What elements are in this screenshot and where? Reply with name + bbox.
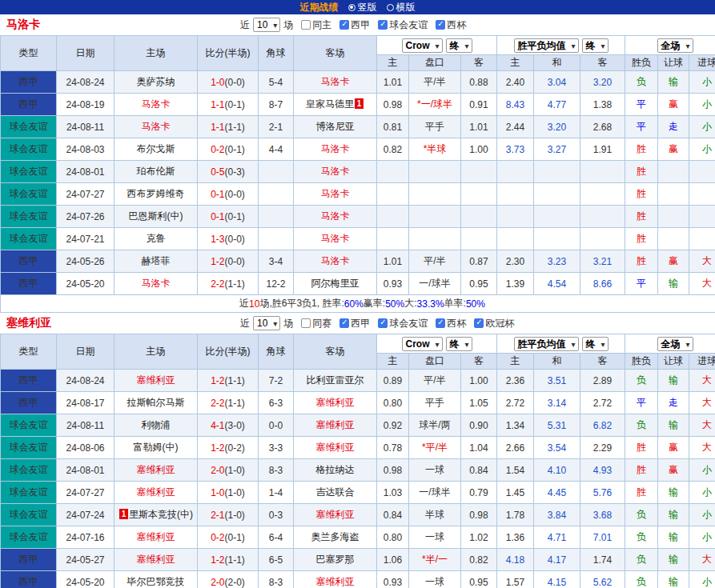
final-odds-select[interactable]: 终 xyxy=(582,337,609,351)
match-type-cell: 西甲 xyxy=(1,549,57,571)
scope-select[interactable]: 全场 xyxy=(657,38,693,53)
asian-home-odds-cell: 0.84 xyxy=(377,504,409,526)
match-count-select[interactable]: 10 xyxy=(253,18,280,32)
full-time-score: 0-1 xyxy=(211,211,224,222)
euro-home-odds-cell xyxy=(497,206,534,228)
handicap-result-cell: 输 xyxy=(658,370,689,392)
handicap-cell xyxy=(409,228,461,250)
checkbox-checked-icon[interactable] xyxy=(339,20,349,30)
column-header: 主 xyxy=(377,354,409,370)
radio-vertical-label: 竖版 xyxy=(358,1,377,14)
match-result-cell: 胜 xyxy=(625,482,658,504)
column-header: 让球 xyxy=(658,354,689,370)
match-result-cell: 负 xyxy=(625,571,658,588)
asian-away-odds-cell xyxy=(461,228,497,250)
match-count-select[interactable]: 10 xyxy=(253,316,280,330)
score-cell: 1-3(0-0) xyxy=(198,228,259,250)
average-odds-select[interactable]: 胜平负均值 xyxy=(514,38,579,53)
date-cell: 24-08-11 xyxy=(57,414,114,437)
goal-line-result-cell: 大 xyxy=(689,549,715,571)
euro-draw-odds-cell: 4.15 xyxy=(534,571,580,588)
column-header: 客场 xyxy=(294,334,377,370)
bookmaker-select[interactable]: Crow xyxy=(402,38,443,53)
filter-checkbox[interactable]: 同主 xyxy=(301,18,331,32)
date-cell: 24-08-17 xyxy=(57,392,114,414)
date-cell: 24-08-24 xyxy=(57,71,114,94)
checkbox-checked-icon[interactable] xyxy=(378,20,388,30)
scope-select[interactable]: 全场 xyxy=(657,337,693,351)
filter-checkbox[interactable]: 同赛 xyxy=(301,317,331,330)
filter-checkbox[interactable]: 球会友谊 xyxy=(378,317,428,330)
home-team-cell: 塞维利亚 xyxy=(114,549,198,571)
record-summary: 近10场,胜6平3负1, 胜率:60% 赢率:50% 大:33.3% 单率:50… xyxy=(0,295,715,313)
match-type-cell: 球会友谊 xyxy=(1,138,57,161)
asian-home-odds-cell: 0.98 xyxy=(377,94,409,116)
date-cell: 24-08-11 xyxy=(57,116,114,138)
checkbox-checked-icon[interactable] xyxy=(378,318,388,328)
final-odds-select[interactable]: 终 xyxy=(446,38,472,53)
filter-checkbox[interactable]: 球会友谊 xyxy=(378,18,428,32)
handicap-result-cell xyxy=(658,161,689,183)
handicap-result-cell: 输 xyxy=(658,482,689,504)
filter-checkbox[interactable]: 西杯 xyxy=(436,317,466,330)
home-team-cell: 奥萨苏纳 xyxy=(114,71,198,94)
filter-checkbox[interactable]: 西甲 xyxy=(339,18,370,32)
euro-away-odds-cell: 2.29 xyxy=(580,437,625,459)
home-team-cell: 巴恩斯利(中) xyxy=(114,206,198,228)
score-cell: 1-0(1-0) xyxy=(198,482,259,504)
corner-cell xyxy=(259,161,294,183)
match-type-cell: 西甲 xyxy=(1,571,57,588)
away-team-cell: 马洛卡 xyxy=(294,250,377,273)
average-odds-select[interactable]: 胜平负均值 xyxy=(514,337,579,351)
checkbox-unchecked-icon[interactable] xyxy=(301,20,311,30)
away-team-cell: 阿尔梅里亚 xyxy=(294,273,377,295)
summary-segment: 场,胜6平3负1, 胜率: xyxy=(259,297,343,310)
table-row: 球会友谊24-07-27西布罗姆维奇0-1(0-0)马洛卡胜 xyxy=(1,183,715,206)
match-result-cell: 平 xyxy=(625,392,658,414)
full-time-score: 4-1 xyxy=(211,420,224,431)
bookmaker-group: Crow终 xyxy=(377,334,497,354)
filter-checkbox[interactable]: 西甲 xyxy=(339,317,370,330)
asian-away-odds-cell: 0.88 xyxy=(461,71,497,94)
column-header: 客 xyxy=(580,55,625,71)
full-time-score: 0-1 xyxy=(211,189,224,200)
checkbox-checked-icon[interactable] xyxy=(339,318,349,328)
checkbox-checked-icon[interactable] xyxy=(474,318,484,328)
euro-away-odds-cell: 5.62 xyxy=(580,571,625,588)
layout-radio-vertical[interactable]: 竖版 xyxy=(348,1,377,14)
checkbox-unchecked-icon[interactable] xyxy=(301,318,311,328)
layout-radio-horizontal[interactable]: 横版 xyxy=(387,1,416,14)
filter-checkbox[interactable]: 西杯 xyxy=(436,18,466,32)
filter-checkbox[interactable]: 欧冠杯 xyxy=(474,317,514,330)
away-team-name: 塞维利亚 xyxy=(316,509,355,520)
asian-away-odds-cell: 1.05 xyxy=(461,392,497,414)
match-type-cell: 西甲 xyxy=(1,273,57,295)
asian-away-odds-cell xyxy=(461,183,497,206)
checkbox-checked-icon[interactable] xyxy=(436,20,445,30)
asian-home-odds-cell: 0.92 xyxy=(377,414,409,437)
euro-home-odds-cell: 1.34 xyxy=(497,414,534,437)
match-type-cell: 球会友谊 xyxy=(1,206,57,228)
date-cell: 24-07-27 xyxy=(57,183,114,206)
date-cell: 24-07-27 xyxy=(57,482,114,504)
euro-away-odds-cell: 7.01 xyxy=(580,526,625,549)
summary-segment: 大: xyxy=(404,297,416,310)
home-team-cell: 马洛卡 xyxy=(114,116,198,138)
handicap-result-cell: 赢 xyxy=(658,250,689,273)
euro-home-odds-cell: 1.57 xyxy=(497,571,534,588)
corner-cell: 3-4 xyxy=(259,250,294,273)
full-time-score: 1-2 xyxy=(211,554,224,566)
bookmaker-select[interactable]: Crow xyxy=(402,337,443,351)
final-odds-select[interactable]: 终 xyxy=(446,337,472,351)
euro-draw-odds-cell: 4.54 xyxy=(534,273,580,295)
date-cell: 24-07-24 xyxy=(57,504,114,526)
table-row: 球会友谊24-08-03布尔戈斯0-2(0-1)4-4马洛卡0.82*半球1.0… xyxy=(1,138,715,161)
corner-cell xyxy=(259,206,294,228)
half-time-score: (1-1) xyxy=(225,375,245,386)
half-time-score: (1-1) xyxy=(225,278,245,290)
checkbox-checked-icon[interactable] xyxy=(436,318,445,328)
away-team-name: 巴塞罗那 xyxy=(316,554,355,565)
handicap-cell xyxy=(409,206,461,228)
summary-segment: 33.3% xyxy=(417,298,444,310)
final-odds-select[interactable]: 终 xyxy=(582,38,609,53)
